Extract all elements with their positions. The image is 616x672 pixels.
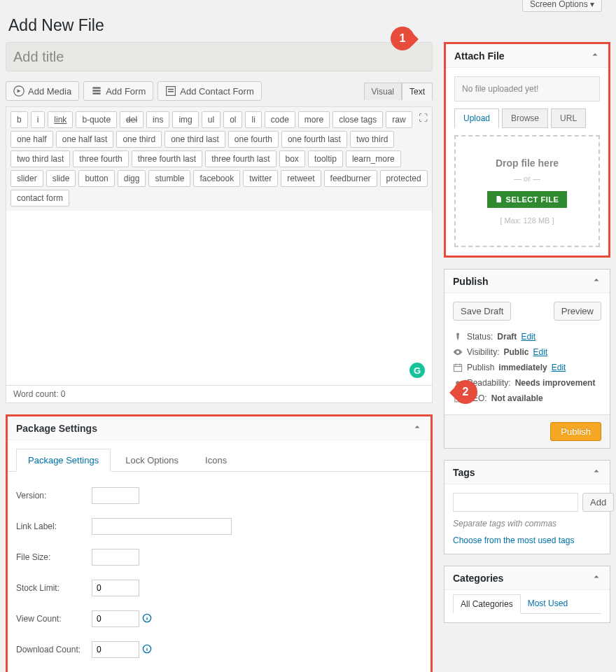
qt-button[interactable]: button <box>78 170 114 187</box>
qt-learn_more[interactable]: learn_more <box>346 150 401 167</box>
file-size-label: File Size: <box>16 552 92 562</box>
edit-visibility-link[interactable]: Edit <box>533 347 547 357</box>
qt-slide[interactable]: slide <box>46 170 76 187</box>
qt-three-fourth[interactable]: three fourth <box>73 150 128 167</box>
categories-metabox: Categories All Categories Most Used <box>444 566 610 623</box>
qt-two-third[interactable]: two third <box>350 131 394 148</box>
qt-contact-form[interactable]: contact form <box>10 190 69 206</box>
qt-img[interactable]: img <box>172 111 198 128</box>
qt-ins[interactable]: ins <box>146 111 169 128</box>
tab-browse[interactable]: Browse <box>502 108 548 128</box>
stock-limit-input[interactable] <box>92 580 139 596</box>
publish-metabox: Publish Save Draft Preview Status: Draft… <box>444 269 610 449</box>
qt-raw[interactable]: raw <box>386 111 412 128</box>
qt-i[interactable]: i <box>31 111 46 128</box>
qt-li[interactable]: li <box>245 111 261 128</box>
qt-one-third[interactable]: one third <box>116 131 162 148</box>
pin-icon <box>453 332 463 342</box>
categories-header[interactable]: Categories <box>444 566 610 590</box>
title-input[interactable] <box>6 42 433 71</box>
qt-protected[interactable]: protected <box>380 170 428 187</box>
link-label-input[interactable] <box>92 518 232 535</box>
qt-slider[interactable]: slider <box>10 170 43 187</box>
publish-header[interactable]: Publish <box>444 270 610 293</box>
max-size: [ Max: 128 MB ] <box>463 216 592 225</box>
qt-one-third-last[interactable]: one third last <box>164 131 225 148</box>
select-file-button[interactable]: SELECT FILE <box>487 191 568 208</box>
edit-date-link[interactable]: Edit <box>552 363 566 372</box>
fullscreen-icon[interactable]: ⛶ <box>419 113 428 123</box>
svg-rect-2 <box>93 90 101 91</box>
or-divider: — or — <box>463 174 592 183</box>
drop-text: Drop file here <box>463 158 592 169</box>
qt-del[interactable]: del <box>120 111 144 128</box>
qt-one-half[interactable]: one half <box>10 131 53 148</box>
collapse-icon[interactable] <box>592 275 601 287</box>
qt-tooltip[interactable]: tooltip <box>308 150 343 167</box>
qt-box[interactable]: box <box>279 150 305 167</box>
drop-zone[interactable]: Drop file here — or — SELECT FILE [ Max:… <box>454 135 600 247</box>
add-contact-form-button[interactable]: Add Contact Form <box>158 81 262 101</box>
qt-link[interactable]: link <box>48 111 73 128</box>
tags-input[interactable] <box>453 493 578 512</box>
save-draft-button[interactable]: Save Draft <box>453 302 511 321</box>
attach-file-header[interactable]: Attach File <box>446 44 608 68</box>
qt-digg[interactable]: digg <box>118 170 146 187</box>
tab-visual[interactable]: Visual <box>364 83 402 100</box>
publish-button[interactable]: Publish <box>550 422 601 441</box>
qt-retweet[interactable]: retweet <box>281 170 321 187</box>
collapse-icon[interactable] <box>592 466 601 478</box>
package-settings-header[interactable]: Package Settings <box>8 416 430 440</box>
preview-button[interactable]: Preview <box>554 302 601 321</box>
tags-header[interactable]: Tags <box>444 461 610 484</box>
info-icon[interactable] <box>142 613 152 625</box>
word-count: Word count: 0 <box>6 386 433 403</box>
svg-rect-6 <box>168 91 174 92</box>
add-form-button[interactable]: Add Form <box>83 81 153 101</box>
qt-facebook[interactable]: facebook <box>193 170 240 187</box>
qt-b-quote[interactable]: b-quote <box>76 111 117 128</box>
tab-icons[interactable]: Icons <box>193 449 239 471</box>
view-count-input[interactable] <box>92 610 139 627</box>
tab-lock-options[interactable]: Lock Options <box>113 449 190 471</box>
collapse-icon[interactable] <box>590 50 600 62</box>
qt-one-fourth-last[interactable]: one fourth last <box>281 131 347 148</box>
tab-most-used[interactable]: Most Used <box>521 594 575 613</box>
qt-twitter[interactable]: twitter <box>243 170 278 187</box>
edit-status-link[interactable]: Edit <box>521 332 536 342</box>
tags-choose-link[interactable]: Choose from the most used tags <box>453 536 601 545</box>
qt-two-third-last[interactable]: two third last <box>10 150 70 167</box>
qt-stumble[interactable]: stumble <box>148 170 190 187</box>
tab-text[interactable]: Text <box>402 83 433 100</box>
download-count-input[interactable] <box>92 641 139 658</box>
collapse-icon[interactable] <box>412 422 422 434</box>
qt-ul[interactable]: ul <box>202 111 220 128</box>
tab-all-categories[interactable]: All Categories <box>453 594 521 614</box>
attach-file-metabox: Attach File No file uploaded yet! Upload… <box>444 42 610 258</box>
qt-one-half-last[interactable]: one half last <box>56 131 114 148</box>
qt-more[interactable]: more <box>298 111 330 128</box>
qt-one-fourth[interactable]: one fourth <box>228 131 279 148</box>
add-tag-button[interactable]: Add <box>582 493 614 512</box>
qt-three-fourth-last[interactable]: three fourth last <box>132 150 202 167</box>
add-media-button[interactable]: Add Media <box>6 81 79 101</box>
grammarly-icon[interactable]: G <box>410 363 425 378</box>
file-size-input[interactable] <box>92 549 139 566</box>
qt-close-tags[interactable]: close tags <box>332 111 383 128</box>
version-input[interactable] <box>92 487 139 504</box>
callout-1: 1 <box>391 27 414 50</box>
qt-code[interactable]: code <box>265 111 295 128</box>
quicktags-toolbar: bilinkb-quotedelinsimgulollicodemoreclos… <box>6 106 433 211</box>
qt-feedburner[interactable]: feedburner <box>324 170 377 187</box>
qt-ol[interactable]: ol <box>223 111 242 128</box>
screen-options-button[interactable]: Screen Options ▾ <box>522 0 602 12</box>
qt-three-fourth-last[interactable]: three fourth last <box>205 150 276 167</box>
tab-package-settings[interactable]: Package Settings <box>16 449 111 472</box>
tab-upload[interactable]: Upload <box>454 108 499 128</box>
tags-hint: Separate tags with commas <box>453 519 601 528</box>
qt-b[interactable]: b <box>10 111 28 128</box>
info-icon[interactable] <box>142 644 152 656</box>
content-editor[interactable]: G <box>6 211 433 386</box>
tab-url[interactable]: URL <box>551 108 586 128</box>
collapse-icon[interactable] <box>592 572 601 584</box>
